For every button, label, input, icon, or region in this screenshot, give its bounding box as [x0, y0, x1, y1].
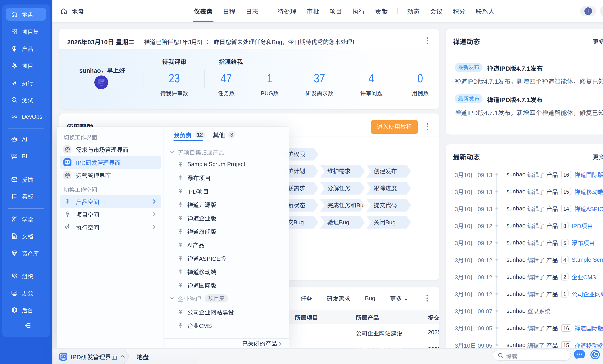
svg-text:OA: OA	[13, 291, 16, 294]
